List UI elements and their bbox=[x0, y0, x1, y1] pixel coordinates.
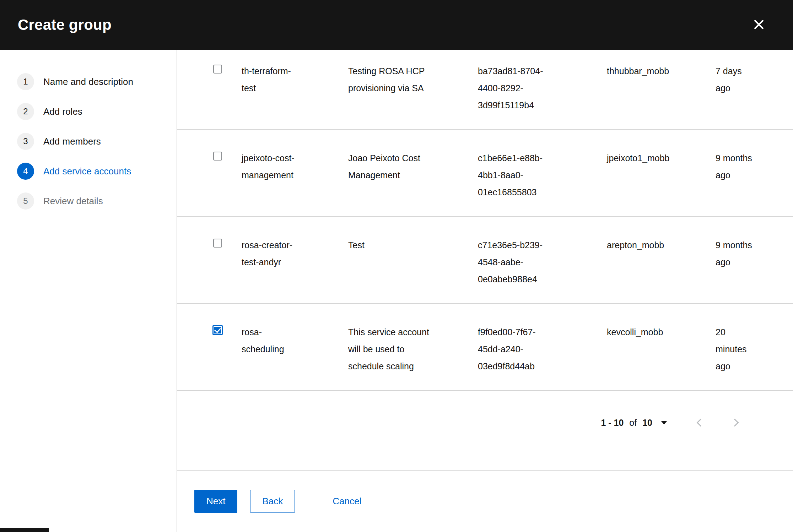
service-accounts-table: th-terraform-test Testing ROSA HCP provi… bbox=[177, 50, 793, 391]
service-account-name: th-terraform-test bbox=[242, 63, 348, 114]
service-account-description: Joao Peixoto Cost Management bbox=[348, 150, 478, 201]
close-button[interactable] bbox=[748, 13, 770, 36]
step-number-badge: 1 bbox=[17, 73, 34, 90]
service-account-client-id: ba73ad81-8704-4400-8292-3d99f15119b4 bbox=[478, 63, 607, 114]
step-label: Add members bbox=[43, 136, 101, 147]
step-number-badge: 3 bbox=[17, 133, 34, 150]
wizard-step-add-members[interactable]: 3 Add members bbox=[0, 126, 177, 156]
wizard-footer: Next Back Cancel bbox=[177, 470, 793, 532]
step-label: Name and description bbox=[43, 76, 133, 87]
wizard-step-name-and-description[interactable]: 1 Name and description bbox=[0, 67, 177, 97]
service-account-client-id: f9f0ed00-7f67-45dd-a240-03ed9f8d44ab bbox=[478, 324, 607, 375]
row-checkbox[interactable] bbox=[212, 325, 223, 335]
wizard-nav: 1 Name and description 2 Add roles 3 Add… bbox=[0, 50, 177, 532]
table-row: jpeixoto-cost-management Joao Peixoto Co… bbox=[177, 130, 793, 217]
table-row: rosa-scheduling This service account wil… bbox=[177, 304, 793, 391]
service-account-description: Testing ROSA HCP provisioning via SA bbox=[348, 63, 478, 114]
service-account-owner: arepton_mobb bbox=[607, 237, 716, 288]
step-label: Add service accounts bbox=[43, 166, 131, 177]
service-account-client-id: c1be66e1-e88b-4bb1-8aa0-01ec16855803 bbox=[478, 150, 607, 201]
step-number-badge: 2 bbox=[17, 103, 34, 120]
row-checkbox[interactable] bbox=[213, 65, 222, 74]
service-account-created: 9 months ago bbox=[716, 150, 765, 201]
close-icon bbox=[753, 19, 765, 31]
checkbox-cell bbox=[213, 150, 242, 201]
pagination-prev-button[interactable] bbox=[692, 414, 709, 431]
service-account-owner: thhubbar_mobb bbox=[607, 63, 716, 114]
background-page-fragment bbox=[0, 528, 49, 532]
service-account-created: 20 minutes ago bbox=[716, 324, 765, 375]
service-account-owner: jpeixoto1_mobb bbox=[607, 150, 716, 201]
pagination-range: 1 - 10 bbox=[601, 418, 624, 428]
main-content: th-terraform-test Testing ROSA HCP provi… bbox=[177, 50, 793, 532]
table-row: rosa-creator-test-andyr Test c71e36e5-b2… bbox=[177, 217, 793, 304]
checkbox-cell bbox=[213, 237, 242, 288]
chevron-left-icon bbox=[697, 419, 705, 427]
step-number-badge: 4 bbox=[17, 163, 34, 180]
pagination-of-label: of bbox=[629, 418, 637, 428]
next-button[interactable]: Next bbox=[194, 490, 237, 513]
service-account-name: jpeixoto-cost-management bbox=[242, 150, 348, 201]
page-title: Create group bbox=[18, 16, 112, 33]
chevron-down-icon bbox=[661, 421, 667, 424]
service-account-name: rosa-scheduling bbox=[242, 324, 348, 375]
table-row: th-terraform-test Testing ROSA HCP provi… bbox=[177, 50, 793, 130]
row-checkbox[interactable] bbox=[213, 239, 222, 248]
step-label: Review details bbox=[43, 196, 103, 207]
service-account-client-id: c71e36e5-b239-4548-aabe-0e0abeb988e4 bbox=[478, 237, 607, 288]
service-account-name: rosa-creator-test-andyr bbox=[242, 237, 348, 288]
create-group-modal: Create group 1 Name and description 2 Ad… bbox=[0, 0, 793, 532]
wizard-step-review-details[interactable]: 5 Review details bbox=[0, 186, 177, 216]
wizard-step-add-service-accounts[interactable]: 4 Add service accounts bbox=[0, 156, 177, 186]
chevron-right-icon bbox=[731, 419, 739, 427]
service-account-description: Test bbox=[348, 237, 478, 288]
cancel-button[interactable]: Cancel bbox=[329, 490, 365, 512]
service-account-created: 7 days ago bbox=[716, 63, 765, 114]
row-checkbox[interactable] bbox=[213, 152, 222, 161]
pagination: 1 - 10 of 10 bbox=[177, 391, 793, 431]
checkbox-cell bbox=[213, 63, 242, 114]
service-account-description: This service account will be used to sch… bbox=[348, 324, 478, 375]
modal-header: Create group bbox=[0, 0, 793, 50]
pagination-next-button[interactable] bbox=[726, 414, 743, 431]
step-number-badge: 5 bbox=[17, 192, 34, 210]
service-account-created: 9 months ago bbox=[716, 237, 765, 288]
wizard-step-add-roles[interactable]: 2 Add roles bbox=[0, 97, 177, 126]
step-label: Add roles bbox=[43, 106, 82, 117]
checkbox-cell bbox=[213, 324, 242, 375]
service-account-owner: kevcolli_mobb bbox=[607, 324, 716, 375]
pagination-total: 10 bbox=[642, 418, 652, 428]
back-button[interactable]: Back bbox=[250, 490, 295, 513]
modal-body: 1 Name and description 2 Add roles 3 Add… bbox=[0, 50, 793, 532]
pagination-menu-toggle[interactable]: 1 - 10 of 10 bbox=[601, 418, 667, 428]
